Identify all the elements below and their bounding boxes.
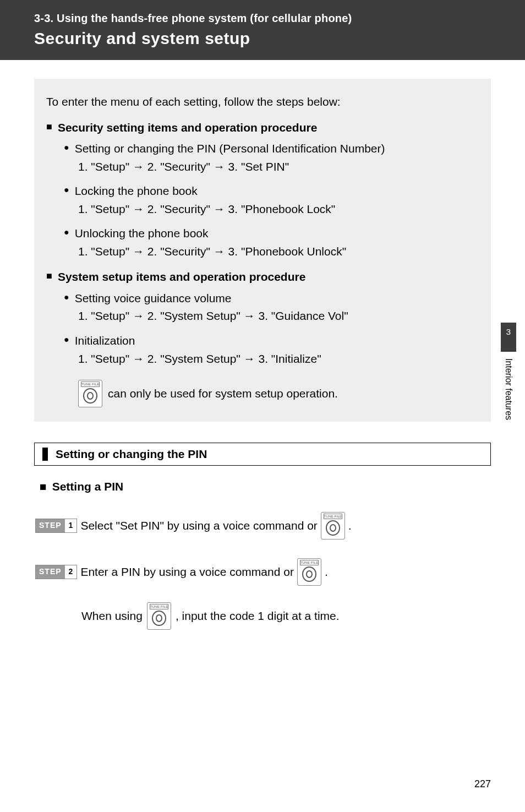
list-item: ● Initialization 1. "Setup" → 2. "System… [64, 332, 479, 368]
tune-file-knob-icon: TUNE·FILE [297, 558, 321, 586]
bullet-icon: ● [64, 225, 69, 240]
chapter-label: Interior features [504, 352, 513, 420]
step-text: Select "Set PIN" by using a voice comman… [80, 519, 317, 532]
knob-note-text: can only be used for system setup operat… [108, 385, 338, 403]
overview-box: To enter the menu of each setting, follo… [34, 79, 491, 422]
bullet-icon: ● [64, 290, 69, 305]
item-path: 1. "Setup" → 2. "System Setup" → 3. "Ini… [78, 350, 479, 368]
list-item: ● Unlocking the phone book 1. "Setup" → … [64, 225, 479, 260]
sub-heading-text: Setting a PIN [52, 480, 124, 493]
tune-file-knob-icon: TUNE·FILE [78, 380, 102, 407]
step-badge: STEP 1 [35, 519, 77, 533]
list-item: ● Setting or changing the PIN (Personal … [64, 140, 479, 176]
section-title-bar [42, 448, 48, 461]
item-path: 1. "Setup" → 2. "Security" → 3. "Set PIN… [78, 158, 479, 176]
item-label: Initialization [75, 332, 135, 350]
bullet-icon: ● [64, 182, 69, 198]
section-title-text: Setting or changing the PIN [56, 448, 207, 461]
section-title-box: Setting or changing the PIN [34, 443, 491, 466]
item-path: 1. "Setup" → 2. "Security" → 3. "Phonebo… [78, 243, 479, 261]
list-item: ● Setting voice guidance volume 1. "Setu… [64, 290, 479, 325]
page-header: 3-3. Using the hands-free phone system (… [0, 0, 525, 60]
indent-note: When using TUNE·FILE , input the code 1 … [81, 602, 491, 630]
bullet-icon: ● [64, 140, 69, 155]
step-text-after: . [348, 519, 352, 532]
step-badge: STEP 2 [35, 565, 77, 579]
page-title: Security and system setup [34, 29, 510, 48]
step-line: STEP 2 Enter a PIN by using a voice comm… [35, 558, 491, 586]
tune-file-knob-icon: TUNE·FILE [147, 602, 171, 630]
group-heading: ■ System setup items and operation proce… [46, 268, 479, 286]
square-bullet-icon: ■ [46, 119, 52, 134]
step-text: Enter a PIN by using a voice command or [80, 565, 294, 579]
group-heading-text: Security setting items and operation pro… [58, 119, 317, 137]
item-path: 1. "Setup" → 2. "Security" → 3. "Phonebo… [78, 200, 479, 219]
intro-text: To enter the menu of each setting, follo… [46, 93, 479, 111]
square-bullet-icon: ■ [40, 480, 47, 493]
bullet-icon: ● [64, 332, 69, 347]
page-number: 227 [474, 778, 491, 790]
step-text-after: . [325, 565, 328, 579]
list-item: ● Locking the phone book 1. "Setup" → 2.… [64, 182, 479, 218]
indent-note-after: , input the code 1 digit at a time. [176, 609, 340, 623]
tune-file-knob-icon: TUNE·FILE [321, 512, 345, 539]
indent-note-before: When using [81, 609, 143, 623]
item-path: 1. "Setup" → 2. "System Setup" → 3. "Gui… [78, 307, 479, 325]
chapter-number: 3 [501, 323, 516, 352]
step-number: 2 [65, 565, 77, 579]
step-label: STEP [36, 519, 65, 532]
section-number-title: 3-3. Using the hands-free phone system (… [34, 12, 510, 25]
item-label: Unlocking the phone book [75, 225, 209, 243]
group-heading-text: System setup items and operation procedu… [58, 268, 305, 286]
item-label: Locking the phone book [75, 182, 198, 200]
step-label: STEP [36, 565, 65, 579]
side-tab: 3 Interior features [501, 323, 516, 420]
item-label: Setting voice guidance volume [75, 290, 232, 308]
square-bullet-icon: ■ [46, 268, 52, 284]
step-line: STEP 1 Select "Set PIN" by using a voice… [35, 512, 491, 539]
knob-note-row: TUNE·FILE can only be used for system se… [78, 380, 479, 407]
sub-heading: ■ Setting a PIN [40, 480, 491, 493]
group-heading: ■ Security setting items and operation p… [46, 119, 479, 137]
item-label: Setting or changing the PIN (Personal Id… [75, 140, 385, 158]
step-number: 1 [65, 519, 77, 532]
